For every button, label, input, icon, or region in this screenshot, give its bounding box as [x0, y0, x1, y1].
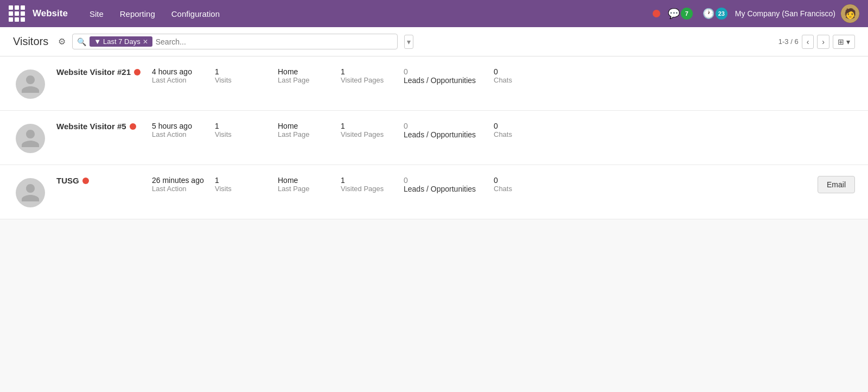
visits-value: 1: [215, 176, 269, 185]
chats-label: Chats: [494, 130, 537, 138]
visited-pages-col: 1 Visited Pages: [341, 67, 395, 84]
pager-prev-button[interactable]: ‹: [802, 35, 814, 49]
menu-configuration[interactable]: Configuration: [165, 6, 226, 22]
visitors-list: Website Visitor #21 4 hours ago Last Act…: [0, 56, 868, 219]
visited-pages-value: 1: [341, 122, 395, 130]
user-avatar[interactable]: 🧑: [841, 4, 859, 23]
leads-col: 0 Leads / Opportunities: [404, 67, 485, 85]
chats-label: Chats: [494, 185, 537, 193]
last-action-label: Last Action: [152, 130, 206, 138]
page-title: Visitors: [13, 35, 48, 48]
activities-button[interactable]: 🕐 23: [700, 5, 730, 22]
chats-col: 0 Chats: [494, 176, 537, 193]
last-page-value: Home: [278, 176, 332, 185]
visitor-name-col: Website Visitor #21: [56, 67, 143, 77]
search-icon: 🔍: [77, 37, 86, 46]
leads-label: Leads / Opportunities: [404, 130, 485, 139]
chats-value: 0: [494, 67, 537, 76]
leads-label: Leads / Opportunities: [404, 76, 485, 85]
visits-col: 1 Visits: [215, 67, 269, 84]
last-action-col: 4 hours ago Last Action: [152, 67, 206, 84]
chats-col: 0 Chats: [494, 122, 537, 138]
top-menu: Site Reporting Configuration: [83, 6, 653, 22]
avatar: [13, 67, 48, 99]
visits-label: Visits: [215, 130, 269, 138]
avatar: [13, 176, 48, 207]
last-action-value: 5 hours ago: [152, 122, 206, 130]
chats-value: 0: [494, 176, 537, 185]
last-action-col: 26 minutes ago Last Action: [152, 176, 206, 193]
last-page-value: Home: [278, 122, 332, 130]
chats-col: 0 Chats: [494, 67, 537, 84]
leads-value: 0: [404, 176, 485, 185]
visited-pages-label: Visited Pages: [341, 185, 395, 193]
action-col[interactable]: Email: [818, 176, 855, 193]
leads-col: 0 Leads / Opportunities: [404, 176, 485, 193]
last-action-label: Last Action: [152, 76, 206, 84]
top-navigation: Website Site Reporting Configuration 💬 7…: [0, 0, 868, 27]
brand-logo[interactable]: Website: [33, 8, 68, 19]
search-input[interactable]: [156, 37, 393, 46]
online-status-dot: [130, 123, 136, 130]
visited-pages-label: Visited Pages: [341, 76, 395, 84]
visits-label: Visits: [215, 76, 269, 84]
visitor-name-text: Website Visitor #5: [56, 122, 126, 131]
avatar: [13, 122, 48, 153]
search-bar: 🔍 ▼ Last 7 Days ✕: [72, 34, 398, 49]
filter-tag: ▼ Last 7 Days ✕: [90, 36, 152, 47]
search-dropdown-button[interactable]: ▾: [404, 35, 413, 49]
view-toggle-icon: ⊞: [838, 37, 844, 46]
view-toggle-arrow: ▾: [846, 37, 850, 46]
last-page-label: Last Page: [278, 130, 332, 138]
last-page-col: Home Last Page: [278, 176, 332, 193]
messages-button[interactable]: 💬 7: [666, 5, 695, 22]
visited-pages-value: 1: [341, 176, 395, 185]
visitor-name-text: TUSG: [56, 176, 79, 185]
visitor-name-col: TUSG: [56, 176, 143, 185]
last-page-col: Home Last Page: [278, 122, 332, 138]
menu-site[interactable]: Site: [83, 6, 110, 22]
chats-value: 0: [494, 122, 537, 130]
visited-pages-col: 1 Visited Pages: [341, 122, 395, 138]
activities-badge: 23: [716, 8, 727, 20]
table-row[interactable]: Website Visitor #21 4 hours ago Last Act…: [0, 56, 868, 111]
last-action-value: 26 minutes ago: [152, 176, 206, 185]
visits-col: 1 Visits: [215, 176, 269, 193]
pager: 1-3 / 6 ‹ › ⊞ ▾: [778, 35, 855, 49]
app-switcher-icon[interactable]: [9, 5, 25, 22]
visited-pages-label: Visited Pages: [341, 130, 395, 138]
last-page-col: Home Last Page: [278, 67, 332, 84]
leads-label: Leads / Opportunities: [404, 185, 485, 193]
last-page-value: Home: [278, 67, 332, 76]
visited-pages-value: 1: [341, 67, 395, 76]
visited-pages-col: 1 Visited Pages: [341, 176, 395, 193]
leads-col: 0 Leads / Opportunities: [404, 122, 485, 139]
filter-remove-button[interactable]: ✕: [143, 38, 148, 46]
table-row[interactable]: TUSG 26 minutes ago Last Action 1 Visits…: [0, 165, 868, 219]
filter-tag-label: Last 7 Days: [103, 37, 141, 46]
online-status-dot: [134, 69, 141, 75]
visits-value: 1: [215, 122, 269, 130]
last-page-label: Last Page: [278, 185, 332, 193]
visitor-name-text: Website Visitor #21: [56, 67, 131, 77]
messages-badge: 7: [681, 8, 693, 20]
pager-info: 1-3 / 6: [778, 37, 799, 46]
leads-value: 0: [404, 122, 485, 130]
last-action-value: 4 hours ago: [152, 67, 206, 76]
visits-col: 1 Visits: [215, 122, 269, 138]
email-button[interactable]: Email: [818, 176, 855, 193]
settings-gear-icon[interactable]: ⚙: [58, 36, 66, 47]
last-page-label: Last Page: [278, 76, 332, 84]
visits-value: 1: [215, 67, 269, 76]
last-action-col: 5 hours ago Last Action: [152, 122, 206, 138]
visits-label: Visits: [215, 185, 269, 193]
nav-right: 💬 7 🕐 23 My Company (San Francisco) 🧑: [653, 4, 859, 23]
view-toggle-button[interactable]: ⊞ ▾: [833, 35, 855, 49]
online-status-dot: [82, 178, 89, 184]
last-action-label: Last Action: [152, 185, 206, 193]
pager-next-button[interactable]: ›: [817, 35, 829, 49]
table-row[interactable]: Website Visitor #5 5 hours ago Last Acti…: [0, 111, 868, 165]
menu-reporting[interactable]: Reporting: [113, 6, 162, 22]
status-dot: [653, 10, 660, 17]
company-name[interactable]: My Company (San Francisco): [735, 9, 835, 18]
